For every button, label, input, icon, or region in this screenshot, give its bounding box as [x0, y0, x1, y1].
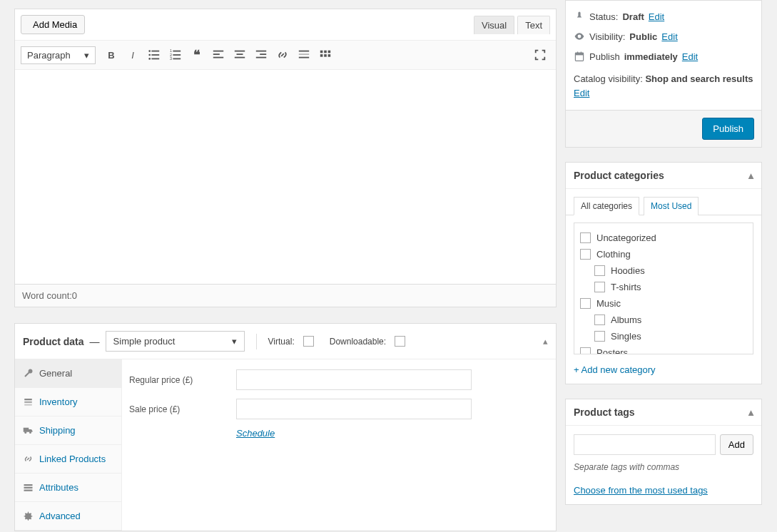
tab-attributes[interactable]: Attributes [15, 474, 121, 502]
chevron-down-icon: ▾ [232, 336, 237, 347]
pin-icon [574, 11, 585, 22]
word-count-value: 0 [72, 290, 77, 301]
align-center-button[interactable] [230, 45, 250, 65]
read-more-button[interactable] [294, 45, 314, 65]
tab-linked-products[interactable]: Linked Products [15, 445, 121, 474]
category-item[interactable]: Clothing [580, 246, 747, 262]
choose-tags-link[interactable]: Choose from the most used tags [574, 485, 753, 496]
publish-metabox: Status: Draft Edit Visibility: Public Ed… [565, 0, 762, 148]
visibility-edit-link[interactable]: Edit [661, 31, 677, 42]
category-item[interactable]: Uncategorized [580, 230, 747, 246]
visibility-label: Visibility: [589, 31, 625, 42]
blockquote-button[interactable]: ❝ [187, 45, 207, 65]
toolbar-toggle-button[interactable] [315, 45, 335, 65]
attributes-icon [23, 482, 34, 493]
svg-point-34 [24, 431, 26, 434]
svg-rect-17 [237, 53, 243, 55]
category-item[interactable]: Albums [594, 312, 747, 328]
category-checkbox[interactable] [580, 347, 591, 354]
tab-general[interactable]: General [15, 359, 121, 388]
catalog-label: Catalog visibility: [574, 73, 643, 84]
truck-icon [23, 425, 34, 436]
chevron-down-icon: ▾ [84, 50, 89, 61]
category-checkbox[interactable] [594, 331, 605, 342]
add-new-category-link[interactable]: + Add new category [566, 362, 761, 384]
sale-price-input[interactable] [236, 399, 472, 419]
svg-point-35 [29, 431, 31, 434]
svg-rect-33 [24, 404, 32, 406]
category-checkbox[interactable] [580, 298, 591, 309]
editor-content-area[interactable] [15, 70, 556, 284]
product-data-panel: Product data — Simple product ▾ Virtual:… [14, 323, 557, 531]
svg-rect-30 [328, 54, 331, 57]
category-checkbox[interactable] [580, 232, 591, 243]
downloadable-label: Downloadable: [330, 337, 386, 347]
svg-rect-23 [299, 53, 309, 55]
category-checkbox[interactable] [594, 282, 605, 292]
fullscreen-button[interactable] [530, 45, 550, 65]
category-item[interactable]: Posters [580, 344, 747, 354]
tab-inventory[interactable]: Inventory [15, 388, 121, 416]
svg-rect-36 [24, 484, 33, 486]
regular-price-input[interactable] [236, 369, 472, 390]
downloadable-checkbox[interactable] [395, 336, 405, 347]
svg-rect-22 [299, 51, 309, 52]
tab-visual[interactable]: Visual [474, 16, 514, 34]
add-tag-button[interactable]: Add [720, 434, 753, 455]
align-right-button[interactable] [251, 45, 271, 65]
paragraph-dropdown[interactable]: Paragraph ▾ [21, 46, 96, 64]
categories-title: Product categories [574, 170, 664, 181]
inventory-icon [23, 397, 34, 407]
category-checkbox[interactable] [580, 249, 591, 260]
category-checkbox[interactable] [594, 314, 605, 325]
link-icon [23, 454, 34, 464]
link-button[interactable] [273, 45, 293, 65]
italic-button[interactable]: I [123, 45, 143, 65]
tab-shipping[interactable]: Shipping [15, 416, 121, 445]
svg-rect-8 [173, 51, 181, 52]
catalog-edit-link[interactable]: Edit [574, 88, 589, 98]
status-edit-link[interactable]: Edit [649, 11, 664, 22]
categories-metabox: Product categories ▴ All categories Most… [565, 162, 762, 384]
svg-rect-32 [24, 401, 32, 403]
panel-toggle-icon[interactable]: ▴ [543, 336, 548, 347]
tags-input[interactable] [574, 434, 716, 455]
product-type-dropdown[interactable]: Simple product ▾ [106, 331, 245, 352]
tab-advanced[interactable]: Advanced [15, 502, 121, 531]
category-checkbox[interactable] [594, 265, 605, 276]
svg-rect-16 [235, 51, 245, 52]
tab-text[interactable]: Text [517, 16, 550, 34]
panel-toggle-icon[interactable]: ▴ [748, 170, 753, 181]
status-label: Status: [589, 11, 618, 22]
svg-rect-20 [260, 53, 266, 55]
svg-rect-4 [151, 54, 159, 56]
wrench-icon [23, 368, 34, 379]
numbered-list-button[interactable]: 123 [166, 45, 186, 65]
svg-rect-2 [151, 51, 159, 52]
svg-rect-38 [24, 490, 33, 491]
schedule-link[interactable]: Schedule [236, 428, 549, 439]
publish-value: immediately [624, 51, 678, 62]
tags-metabox: Product tags ▴ Add Separate tags with co… [565, 399, 762, 505]
virtual-checkbox[interactable] [303, 336, 314, 347]
svg-rect-24 [299, 57, 309, 58]
svg-rect-12 [173, 58, 181, 60]
bullet-list-button[interactable] [144, 45, 164, 65]
category-item[interactable]: Singles [594, 328, 747, 344]
add-media-button[interactable]: Add Media [21, 15, 85, 34]
category-item[interactable]: Hoodies [594, 262, 747, 279]
publish-button[interactable]: Publish [702, 118, 754, 140]
bold-button[interactable]: B [101, 45, 121, 65]
category-list[interactable]: Uncategorized Clothing Hoodies T-shirts … [574, 222, 753, 354]
panel-toggle-icon[interactable]: ▴ [748, 406, 753, 418]
category-item[interactable]: Music [580, 295, 747, 312]
publish-label: Publish [589, 51, 620, 62]
align-left-button[interactable] [208, 45, 228, 65]
publish-edit-link[interactable]: Edit [682, 51, 698, 62]
svg-rect-18 [235, 57, 245, 58]
svg-rect-13 [213, 51, 223, 52]
tab-all-categories[interactable]: All categories [574, 197, 639, 215]
tab-most-used[interactable]: Most Used [644, 197, 699, 215]
svg-point-1 [148, 50, 151, 52]
category-item[interactable]: T-shirts [594, 279, 747, 295]
